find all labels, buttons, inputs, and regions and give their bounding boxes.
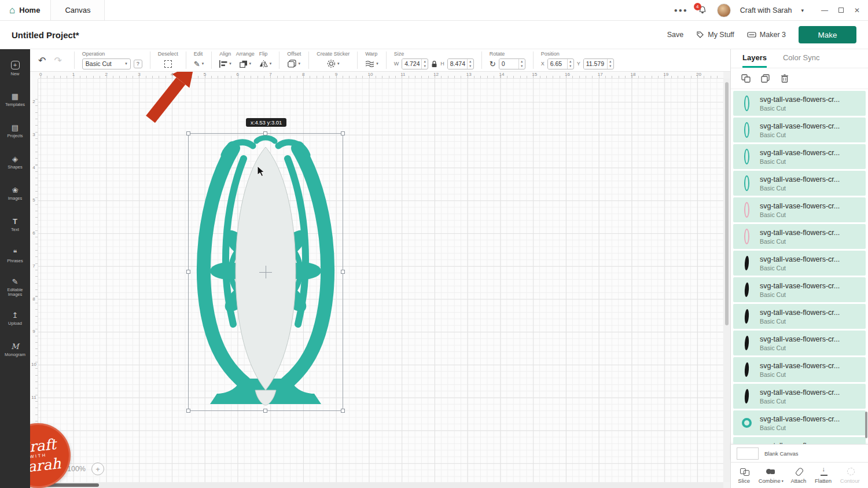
- ruler-label: 9: [30, 329, 38, 362]
- create-sticker-group: Create Sticker ▾: [314, 52, 352, 69]
- ruler-corner: [30, 72, 38, 79]
- sidebar-item[interactable]: Phrases: [0, 240, 30, 271]
- operation-select[interactable]: Basic Cut▾: [82, 58, 131, 69]
- sidebar-item[interactable]: Projects: [0, 115, 30, 146]
- layers-action-button[interactable]: Contour: [840, 467, 861, 484]
- layer-operation-type: Basic Cut: [760, 131, 840, 138]
- tab-canvas[interactable]: Canvas: [50, 0, 105, 20]
- home-tab[interactable]: ⌂ Home: [0, 0, 50, 20]
- layer-thumbnail-icon: [744, 256, 749, 270]
- layers-actions-bar: Slice Combine▾ Attach Flatten Contour: [731, 462, 868, 488]
- layer-row[interactable]: svg-tall-vase-flowers-cr... Basic Cut: [733, 277, 866, 302]
- canvas-vertical-scrollbar[interactable]: [723, 79, 730, 482]
- flip-dropdown[interactable]: ▾: [259, 60, 272, 68]
- rotate-icon[interactable]: ↻: [490, 60, 496, 68]
- undo-button[interactable]: ↶: [38, 55, 46, 66]
- layer-row[interactable]: svg-tall-vase-flowers-cr... Basic Cut: [733, 304, 866, 329]
- layers-action-button[interactable]: Combine▾: [759, 467, 784, 484]
- position-x-stepper[interactable]: ▲▼: [567, 59, 573, 69]
- sidebar-item[interactable]: Templates: [0, 84, 30, 115]
- arrange-dropdown[interactable]: ▾: [240, 60, 252, 68]
- layer-thumbnail-icon: [744, 282, 749, 297]
- rotate-stepper[interactable]: ▲▼: [518, 59, 525, 69]
- rotate-field[interactable]: ▲▼: [499, 58, 525, 69]
- user-name[interactable]: Craft with Sarah: [740, 6, 792, 14]
- position-x-input[interactable]: [548, 59, 567, 69]
- help-button[interactable]: ?: [134, 60, 142, 68]
- layers-action-button[interactable]: Flatten: [815, 467, 833, 484]
- save-button[interactable]: Save: [667, 31, 684, 39]
- canvas-grid[interactable]: x:4.53 y:3.01: [38, 79, 723, 482]
- window-minimize-button[interactable]: —: [821, 6, 828, 14]
- create-sticker-dropdown[interactable]: ▾: [327, 60, 340, 68]
- height-field[interactable]: ▲▼: [447, 58, 474, 69]
- layer-row[interactable]: svg-tall-vase-flowers-cr... Basic Cut: [733, 410, 866, 435]
- canvas-horizontal-scrollbar[interactable]: [38, 482, 723, 488]
- offset-dropdown[interactable]: ▾: [288, 60, 300, 68]
- layers-action-icon: [794, 467, 804, 476]
- layers-action-button[interactable]: Slice: [738, 467, 751, 484]
- scrollbar-thumb[interactable]: [725, 82, 729, 325]
- layer-row[interactable]: svg-tall-vase-flowers-cr... Basic Cut: [733, 384, 866, 409]
- tab-layers[interactable]: Layers: [742, 53, 767, 68]
- layer-name: svg-tall-vase-flowers-cr...: [760, 335, 840, 343]
- align-dropdown[interactable]: ▾: [219, 60, 231, 68]
- sidebar-item[interactable]: Editable Images: [0, 271, 30, 303]
- duplicate-icon[interactable]: [761, 74, 770, 83]
- layer-row[interactable]: svg-tall-vase-flowers-cr... Basic Cut: [733, 91, 866, 116]
- window-close-button[interactable]: ✕: [854, 6, 860, 14]
- sidebar-item[interactable]: Text: [0, 209, 30, 240]
- layer-row[interactable]: svg-tall-vase-flowers-cr... Basic Cut: [733, 144, 866, 169]
- my-stuff-button[interactable]: My Stuff: [696, 31, 734, 39]
- layer-operation-type: Basic Cut: [760, 185, 840, 192]
- mouse-cursor-icon: [257, 166, 265, 177]
- lock-icon[interactable]: [431, 60, 437, 68]
- layer-row[interactable]: svg-tall-vase-flowers-cr... Basic Cut: [733, 197, 866, 222]
- rotate-input[interactable]: [499, 59, 518, 69]
- sidebar-item[interactable]: Monogram: [0, 334, 30, 365]
- layer-row[interactable]: svg-tall-vase-flowers-cr... Basic Cut: [733, 331, 866, 355]
- delete-icon[interactable]: [781, 74, 789, 83]
- position-y-stepper[interactable]: ▲▼: [607, 59, 613, 69]
- layer-row[interactable]: svg-tall-vase-flowers-cr... Basic Cut: [733, 357, 866, 382]
- layer-row[interactable]: svg-tall-vase-flowers-cr... Basic Cut: [733, 224, 866, 249]
- layers-action-button[interactable]: Attach: [790, 467, 807, 484]
- notifications-bell-icon[interactable]: 4: [697, 5, 708, 16]
- position-y-field[interactable]: ▲▼: [583, 58, 614, 69]
- window-maximize-button[interactable]: [838, 8, 844, 13]
- tab-color-sync[interactable]: Color Sync: [783, 53, 820, 68]
- deselect-button[interactable]: [164, 60, 172, 68]
- sidebar-item[interactable]: New: [0, 53, 30, 84]
- sidebar-item[interactable]: Shapes: [0, 146, 30, 178]
- sidebar-item-icon: [13, 218, 17, 225]
- sidebar-item-icon: [12, 278, 19, 285]
- sidebar-item[interactable]: Upload: [0, 303, 30, 334]
- edit-dropdown[interactable]: ✎▾: [194, 60, 204, 68]
- width-stepper[interactable]: ▲▼: [421, 59, 428, 69]
- warp-dropdown[interactable]: ▾: [365, 60, 378, 67]
- width-input[interactable]: [402, 59, 421, 69]
- layer-row[interactable]: svg-tall-vase-flowers-cr... Basic Cut: [733, 171, 866, 196]
- height-stepper[interactable]: ▲▼: [467, 59, 473, 69]
- more-menu-icon[interactable]: ●●●: [674, 7, 688, 13]
- height-input[interactable]: [448, 59, 467, 69]
- layer-row[interactable]: svg-tall-vase-flowers-cr... Basic Cut: [733, 118, 866, 142]
- layer-row[interactable]: svg-tall-vase-flowers-cr... Basic Cut: [733, 251, 866, 276]
- redo-button[interactable]: ↷: [54, 55, 61, 66]
- layers-scrollbar-thumb[interactable]: [865, 412, 867, 438]
- vase-design[interactable]: [188, 133, 343, 411]
- group-icon[interactable]: [741, 74, 751, 83]
- avatar[interactable]: [717, 3, 731, 17]
- position-x-field[interactable]: ▲▼: [547, 58, 574, 69]
- make-button[interactable]: Make: [799, 26, 856, 43]
- warp-icon: [365, 60, 374, 67]
- user-menu-caret-icon[interactable]: ▾: [801, 8, 804, 13]
- layer-row[interactable]: svg-tall-vase-flowers-cr... Basic Cut: [733, 437, 866, 444]
- ruler-label: 9: [335, 72, 368, 78]
- blank-canvas-swatch[interactable]: [737, 447, 759, 460]
- sidebar-item[interactable]: Images: [0, 178, 30, 209]
- position-y-input[interactable]: [584, 59, 607, 69]
- width-field[interactable]: ▲▼: [402, 58, 428, 69]
- zoom-in-button[interactable]: +: [91, 463, 104, 475]
- machine-select-button[interactable]: Maker 3: [747, 31, 786, 39]
